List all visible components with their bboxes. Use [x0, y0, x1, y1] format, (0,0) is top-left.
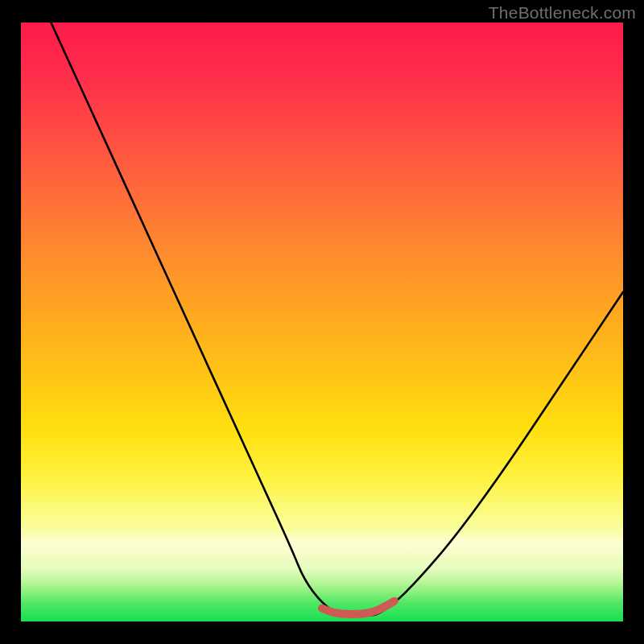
watermark-text: TheBottleneck.com [489, 3, 636, 23]
bottleneck-curve [51, 23, 623, 616]
chart-stage: TheBottleneck.com [0, 0, 644, 644]
plot-area [21, 23, 623, 621]
flat-bottom-accent [322, 601, 394, 614]
curve-layer [21, 23, 623, 621]
